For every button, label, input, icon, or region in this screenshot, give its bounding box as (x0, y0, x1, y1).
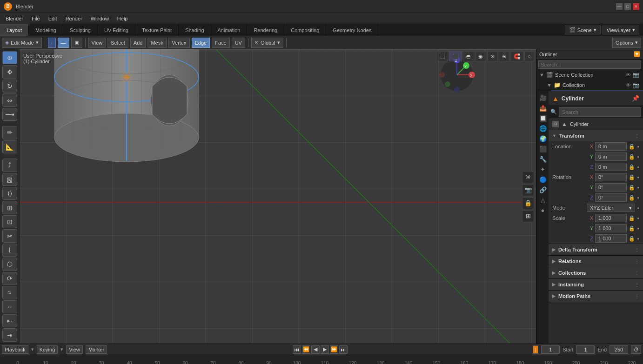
rotation-x-dot[interactable]: ● (637, 175, 639, 179)
mode-dot[interactable]: ● (637, 206, 639, 210)
rotation-x-value[interactable]: 0° (595, 173, 627, 181)
tab-geometry-nodes[interactable]: Geometry Nodes (326, 24, 378, 36)
offset-edge-loop-tool[interactable]: ⊡ (2, 215, 17, 228)
vertex-menu[interactable]: Vertex (168, 38, 189, 48)
tab-compositing[interactable]: Compositing (284, 24, 326, 36)
mode-selector[interactable]: ◈ Edit Mode ▾ (2, 38, 42, 48)
menu-render[interactable]: Render (62, 15, 86, 22)
options-menu[interactable]: Options ▾ (612, 38, 641, 48)
rotation-y-lock-icon[interactable]: 🔒 (629, 185, 635, 191)
scale-x-lock-icon[interactable]: 🔒 (629, 215, 635, 221)
start-frame-input[interactable] (576, 345, 595, 354)
move-tool[interactable]: ✥ (2, 65, 17, 78)
vertex-select-btn[interactable]: · (48, 38, 56, 48)
motion-paths-header[interactable]: ▶ Motion Paths ⋮ (549, 291, 643, 302)
knife-tool[interactable]: ✂ (2, 229, 17, 242)
select-menu[interactable]: Select (107, 38, 128, 48)
material-props-icon[interactable]: ● (538, 205, 548, 215)
tab-uv-editing[interactable]: UV Editing (98, 24, 135, 36)
location-y-dot[interactable]: ● (637, 155, 639, 159)
menu-blender[interactable]: Blender (2, 15, 27, 22)
close-button[interactable]: ✕ (633, 3, 639, 10)
tab-layout[interactable]: Layout (0, 24, 29, 36)
location-x-value[interactable]: 0 m (595, 142, 627, 151)
current-frame-input[interactable] (541, 345, 560, 354)
tab-shading[interactable]: Shading (179, 24, 211, 36)
world-props-icon[interactable]: 🌍 (538, 134, 548, 143)
loop-cut-tool[interactable]: ⊞ (2, 201, 17, 214)
uv-menu[interactable]: UV (232, 38, 245, 48)
annotate-tool[interactable]: ✏ (2, 126, 17, 139)
tab-animation[interactable]: Animation (211, 24, 248, 36)
menu-edit[interactable]: Edit (45, 15, 61, 22)
playback-menu[interactable]: Playback (2, 345, 28, 354)
physics-props-icon[interactable]: 🔵 (538, 175, 548, 184)
delta-transform-header[interactable]: ▶ Delta Transform ⋮ (549, 244, 643, 255)
measure-tool[interactable]: 📐 (2, 140, 17, 153)
edge-menu[interactable]: Edge (192, 38, 210, 48)
end-frame-input[interactable] (610, 345, 628, 354)
tab-texture-paint[interactable]: Texture Paint (135, 24, 179, 36)
collections-options-icon[interactable]: ⋮ (635, 271, 639, 276)
rotation-z-lock-icon[interactable]: 🔒 (629, 195, 635, 201)
scale-y-dot[interactable]: ● (637, 226, 639, 231)
tab-modeling[interactable]: Modeling (29, 24, 63, 36)
quad-view-icon-btn[interactable]: ⊞ (522, 210, 534, 222)
bevel-tool[interactable]: ⟨⟩ (2, 187, 17, 200)
rotation-y-dot[interactable]: ● (637, 185, 639, 190)
viewport-shading-solid[interactable]: ⬛ (449, 51, 462, 61)
blender-logo-icon[interactable]: B (4, 2, 12, 11)
pivot-selector[interactable]: ⊙ Global ▾ (251, 38, 283, 48)
scale-z-value[interactable]: 1.000 (595, 234, 627, 243)
scene-props-icon[interactable]: 🌐 (538, 124, 548, 133)
location-y-lock-icon[interactable]: 🔒 (629, 154, 635, 160)
edge-slide-tool[interactable]: ↔ (2, 300, 17, 313)
step-forward-button[interactable]: ⏩ (330, 345, 338, 354)
relations-header[interactable]: ▶ Relations ⋮ (549, 256, 643, 267)
rotation-z-dot[interactable]: ● (637, 196, 639, 200)
push-pull-tool[interactable]: ⇥ (2, 328, 17, 341)
play-back-button[interactable]: ◀ (311, 345, 320, 354)
navigation-gizmo[interactable]: X Y Z (438, 56, 476, 93)
proportional-edit-toggle[interactable]: ○ (524, 51, 534, 61)
scale-y-lock-icon[interactable]: 🔒 (629, 225, 635, 232)
timeline-view-menu[interactable]: View (66, 345, 83, 354)
collection-vis-icon[interactable]: 👁 (626, 82, 631, 88)
inset-tool[interactable]: ▧ (2, 173, 17, 186)
render-props-icon[interactable]: 🎥 (538, 93, 548, 102)
poly-build-tool[interactable]: ⬡ (2, 258, 17, 271)
constraints-props-icon[interactable]: 🔗 (538, 185, 548, 194)
properties-search-input[interactable] (559, 107, 641, 117)
particles-props-icon[interactable]: ✦ (538, 165, 548, 174)
pin-icon[interactable]: 📌 (632, 95, 639, 102)
object-props-icon[interactable]: ⬛ (538, 144, 548, 153)
smooth-tool[interactable]: ≈ (2, 286, 17, 299)
scene-collection-render-icon[interactable]: 📷 (633, 72, 639, 78)
location-z-value[interactable]: 0 m (595, 163, 627, 171)
transform-tool[interactable]: ⟿ (2, 108, 17, 121)
maximize-button[interactable]: □ (624, 3, 631, 10)
viewport-3d[interactable]: + User Perspective (1) Cylinder X Y Z (20, 49, 536, 344)
cylinder-sub-name[interactable]: Cylinder (570, 121, 639, 127)
viewlayer-selector[interactable]: ViewLayer ▾ (603, 26, 639, 34)
menu-window[interactable]: Window (87, 15, 113, 22)
tab-sculpting[interactable]: Sculpting (63, 24, 98, 36)
outliner-collection[interactable]: ▼ 📁 Collection 👁 📷 (544, 80, 643, 90)
object-name-field[interactable]: Cylinder (562, 95, 629, 102)
rotation-z-value[interactable]: 0° (595, 193, 627, 202)
face-menu[interactable]: Face (212, 38, 229, 48)
jump-end-button[interactable]: ⏭ (339, 345, 348, 354)
relations-options-icon[interactable]: ⋮ (635, 259, 639, 264)
rotate-tool[interactable]: ↻ (2, 79, 17, 93)
motion-paths-options-icon[interactable]: ⋮ (635, 294, 639, 299)
mesh-menu[interactable]: Mesh (147, 38, 167, 48)
location-y-value[interactable]: 0 m (595, 152, 627, 161)
transform-header[interactable]: ▼ Transform ⋮ (549, 130, 643, 141)
outliner-scene-collection[interactable]: ▼ 🎬 Scene Collection 👁 📷 (536, 70, 643, 80)
delta-options-icon[interactable]: ⋮ (635, 247, 639, 252)
rotation-x-lock-icon[interactable]: 🔒 (629, 174, 635, 180)
outliner-search-input[interactable] (538, 60, 641, 69)
transform-options-icon[interactable]: ⋮ (635, 133, 639, 139)
rotation-mode-dropdown[interactable]: XYZ Euler ▾ (587, 204, 635, 212)
viewport-shading-material[interactable]: ◓ (463, 51, 474, 61)
